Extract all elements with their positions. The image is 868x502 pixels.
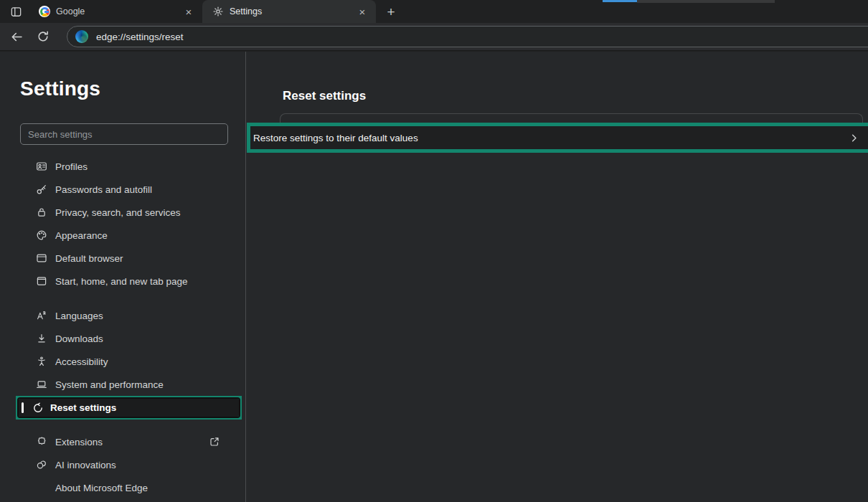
sidebar-item-languages[interactable]: Languages (16, 304, 242, 327)
window-accent-sliver (603, 0, 637, 2)
sidebar-item-system-performance[interactable]: System and performance (16, 373, 242, 396)
refresh-button[interactable] (31, 24, 55, 49)
back-button[interactable] (4, 24, 29, 49)
browser-toolbar: edge://settings/reset (0, 23, 868, 51)
sidebar-nav: Profiles Passwords and autofill Privacy,… (0, 155, 245, 499)
annotation-highlight-sidebar: Reset settings (16, 396, 242, 420)
download-icon (36, 333, 47, 344)
sidebar-item-reset-settings[interactable]: Reset settings (19, 399, 239, 417)
annotation-highlight-main: Restore settings to their default values (247, 123, 868, 153)
key-icon (36, 184, 47, 195)
page-title: Reset settings (283, 89, 366, 103)
new-tab-button[interactable]: + (382, 2, 400, 21)
tab-title: Google (56, 6, 182, 16)
sidebar-item-passwords[interactable]: Passwords and autofill (16, 178, 242, 201)
lock-icon (36, 207, 47, 218)
reset-icon (32, 402, 44, 414)
tab-settings[interactable]: Settings × (202, 0, 376, 23)
browser-window-icon (36, 252, 47, 264)
tab-actions-icon (10, 6, 22, 18)
settings-sidebar: Settings Profiles Passwords and autofill (0, 52, 246, 502)
sidebar-item-ai-innovations[interactable]: AI innovations (16, 453, 242, 476)
edge-logo-icon (36, 482, 47, 493)
sidebar-item-default-browser[interactable]: Default browser (16, 247, 242, 270)
refresh-icon (37, 30, 49, 43)
laptop-icon (36, 379, 47, 390)
edge-favicon-icon (75, 30, 88, 43)
external-link-icon (209, 436, 220, 447)
tab-actions-button[interactable] (7, 3, 24, 20)
tab-close-icon[interactable]: × (356, 5, 369, 18)
tab-strip: Google × Settings × + (0, 0, 868, 23)
settings-main-pane: Reset settings Restore settings to their… (246, 52, 868, 502)
settings-page: Settings Profiles Passwords and autofill (0, 52, 868, 502)
profiles-icon (36, 161, 47, 172)
puzzle-icon (36, 436, 47, 447)
sidebar-item-start-home[interactable]: Start, home, and new tab page (16, 270, 242, 293)
tab-title: Settings (230, 6, 356, 16)
url-text: edge://settings/reset (96, 32, 184, 42)
address-bar[interactable]: edge://settings/reset (67, 26, 868, 47)
languages-icon (36, 310, 47, 321)
google-favicon-icon (39, 6, 50, 17)
sidebar-item-accessibility[interactable]: Accessibility (16, 350, 242, 373)
sidebar-item-profiles[interactable]: Profiles (16, 155, 242, 178)
new-tab-page-icon (36, 275, 47, 287)
accessibility-icon (36, 356, 47, 367)
sidebar-item-about-edge[interactable]: About Microsoft Edge (16, 476, 242, 499)
selection-indicator (22, 402, 24, 413)
tab-google[interactable]: Google × (29, 0, 202, 23)
gear-favicon-icon (212, 6, 224, 17)
chevron-right-icon (849, 133, 859, 143)
restore-settings-row[interactable]: Restore settings to their default values (250, 126, 868, 149)
search-input[interactable] (20, 123, 228, 145)
sidebar-item-downloads[interactable]: Downloads (16, 327, 242, 350)
sidebar-item-privacy[interactable]: Privacy, search, and services (16, 201, 242, 224)
sidebar-title: Settings (20, 77, 245, 100)
window-edge-sliver (637, 0, 775, 3)
tab-close-icon[interactable]: × (182, 5, 195, 18)
sidebar-item-extensions[interactable]: Extensions (16, 430, 242, 453)
restore-row-label: Restore settings to their default values (253, 133, 418, 143)
sidebar-item-appearance[interactable]: Appearance (16, 224, 242, 247)
back-arrow-icon (10, 30, 24, 44)
palette-icon (36, 229, 47, 241)
ai-icon (36, 459, 47, 470)
